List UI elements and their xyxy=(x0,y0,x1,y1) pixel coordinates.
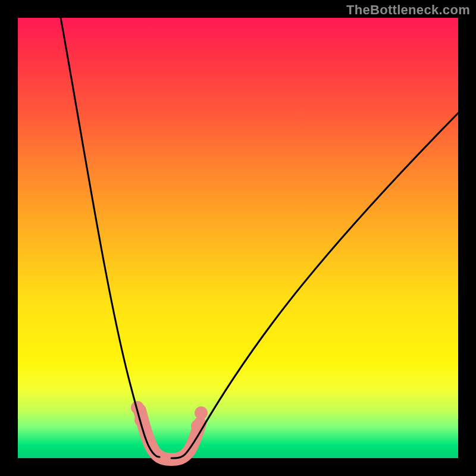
highlight-dot-right-lower xyxy=(191,419,204,433)
watermark-text: TheBottleneck.com xyxy=(346,2,470,18)
chart-stage: TheBottleneck.com xyxy=(0,0,476,476)
curve-layer xyxy=(18,18,458,458)
curve-left xyxy=(61,18,159,457)
plot-area xyxy=(18,18,458,458)
highlight-dot-right-upper xyxy=(195,406,208,419)
valley-highlight xyxy=(140,411,200,459)
curve-right xyxy=(171,113,458,458)
